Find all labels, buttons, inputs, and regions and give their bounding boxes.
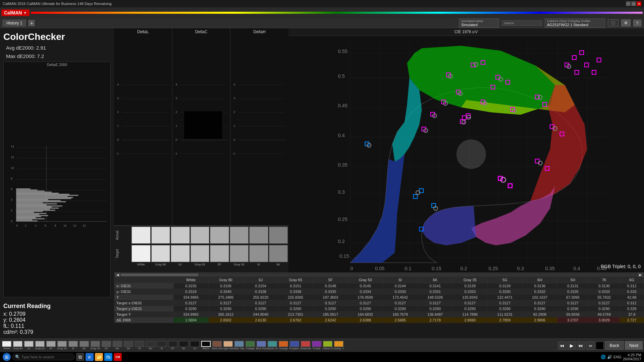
col-header-6h: 6H [522,277,557,283]
delta-c-title: DeltaC [174,29,229,34]
chip-item-22[interactable]: Foliage [245,341,256,350]
svg-text:6: 6 [11,187,12,191]
next-button[interactable]: Next [625,341,643,350]
horizontal-scrollbar[interactable]: ◀ ▶ [114,273,644,277]
chip-color-3 [35,341,45,347]
chip-item-17[interactable]: 5J [190,341,200,350]
chip-item-8[interactable]: Gray 35 [90,341,101,350]
chip-item-6[interactable]: 6I [68,341,78,350]
chip-item-11[interactable]: 5H [123,341,134,350]
delta-l-chart: DeltaL 4 3 2 1 0 -1 [114,28,172,226]
nav-controls: ⏮ ▶ ⏭ ∞ Back Next [558,341,643,350]
table-cell-5-4: 185.0917 [313,312,348,317]
avg-de: Avg dE2000: 2.91 [6,45,111,51]
task-view-icon[interactable]: ⧉ [76,353,84,361]
table-cell-5-5: 164.6832 [348,312,383,317]
table-cell-4-5: 0.3290 [348,306,383,312]
nav-inf-btn[interactable]: ∞ [586,342,594,350]
chip-item-20[interactable]: Light Skin [223,341,233,350]
chip-item-30[interactable]: Orang. Yellow [333,341,344,350]
nav-prev-btn[interactable]: ⏮ [558,342,566,350]
chip-item-23[interactable]: Blue Flower [256,341,267,350]
explorer-icon[interactable]: 📁 [95,353,103,361]
minimize-button[interactable]: ─ [626,1,631,6]
chip-item-21[interactable]: Blue Sky [234,341,245,350]
rainbow-bar [31,12,643,14]
chip-item-16[interactable]: 8K [178,341,189,350]
taskbar-search-area[interactable]: 🔍 [12,354,75,360]
delta-h-svg: 4 3 2 1 0 -1 [232,34,287,209]
chip-item-14[interactable]: 5I [156,341,167,350]
svg-rect-36 [16,199,48,200]
calman-icon[interactable]: CM [114,353,122,361]
network-icon: 🌐 [601,355,606,359]
taskbar-search-input[interactable] [21,355,72,359]
window-controls[interactable]: ─ □ ✕ [626,1,641,6]
table-cell-3-6: 0.3127 [383,300,418,306]
chip-item-0[interactable]: White [1,341,12,350]
store-icon[interactable]: 🛍 [104,353,112,361]
chip-item-3[interactable]: Gray 65 [35,341,45,350]
svg-rect-19 [16,217,36,218]
table-cell-5-8: 114.7896 [452,312,487,317]
chip-item-12[interactable]: 7K [134,341,145,350]
chip-name-21: Blue Sky [234,347,245,350]
toolbar-btn-1[interactable]: ⬛ [608,19,619,26]
chip-item-29[interactable]: Yellow Green [322,341,333,350]
data-table-section[interactable]: White Gray 80 6J Gray 65 5F Gray 50 6I 6… [114,277,644,339]
table-cell-1-6: 0.3330 [383,289,418,295]
chip-item-26[interactable]: Purplish Blue [289,341,300,350]
menu-bar: CalMAN ▼ [0,7,644,18]
chip-item-25[interactable]: Orange [278,341,289,350]
chip-item-24[interactable]: Bluish Green [267,341,278,350]
table-row-label-4: Target y:CIE31 [114,306,174,312]
table-cell-6-9: 2.7859 [487,317,522,323]
table-cell-6-8: 2.8690 [452,317,487,323]
chip-name-9: 5G [105,347,108,350]
back-button[interactable]: Back [605,341,624,350]
swatch-actual-0 [131,227,151,244]
chip-item-15[interactable]: 6F [167,341,178,350]
table-cell-0-11: 0.3131 [557,283,588,289]
scroll-left[interactable]: ◀ [115,273,120,277]
svg-rect-37 [16,198,71,199]
swatch-name-0: White [131,263,151,266]
table-cell-6-10: 2.9806 [522,317,557,323]
nav-next-btn[interactable]: ⏭ [577,342,585,350]
chip-item-13[interactable]: 6G [145,341,156,350]
chip-item-18[interactable]: Black [201,341,211,350]
chip-name-0: White [3,347,10,350]
history-tab[interactable]: History 1 [3,20,26,26]
start-button[interactable]: ⊞ [3,353,11,361]
scroll-right[interactable]: ▶ [638,273,643,277]
chip-item-4[interactable]: 5F [46,341,56,350]
histogram-chart: 14 12 10 8 6 4 2 0 [4,67,110,302]
chip-item-19[interactable]: Dark Skin [212,341,222,350]
chip-item-27[interactable]: Moderate Red [300,341,311,350]
chip-item-10[interactable]: 6H [112,341,123,350]
chip-item-2[interactable]: 6J [23,341,34,350]
close-button[interactable]: ✕ [637,1,641,6]
scroll-thumb[interactable] [121,274,198,276]
svg-text:0.55: 0.55 [338,49,348,54]
chip-color-22 [246,341,255,347]
chip-color-15 [168,341,177,347]
nav-play-btn[interactable]: ▶ [568,342,576,350]
chip-color-0 [2,341,11,347]
maximize-button[interactable]: □ [631,1,636,6]
histogram-area: DeltaE 2000 14 12 10 8 6 4 2 0 [3,62,111,297]
table-cell-5-13: 37.8 [620,312,644,317]
chip-item-9[interactable]: 5G [101,341,112,350]
edge-icon[interactable]: e [86,353,94,361]
chip-item-5[interactable]: Gray 50 [57,341,67,350]
col-header-white: White [173,277,208,283]
toolbar-btn-2[interactable]: ⚙ [621,19,631,26]
toolbar-btn-3[interactable]: ? [633,20,641,26]
chip-item-1[interactable]: Gray 80 [12,341,23,350]
table-cell-4-12: 0.3290 [589,306,620,312]
chip-item-28[interactable]: Purple [311,341,322,350]
chip-item-7[interactable]: 6K [79,341,90,350]
table-cell-2-4: 197.3603 [313,295,348,300]
add-tab-button[interactable]: + [29,20,35,26]
taskbar-app-icons: ⧉ e 📁 🛍 CM [76,353,122,361]
